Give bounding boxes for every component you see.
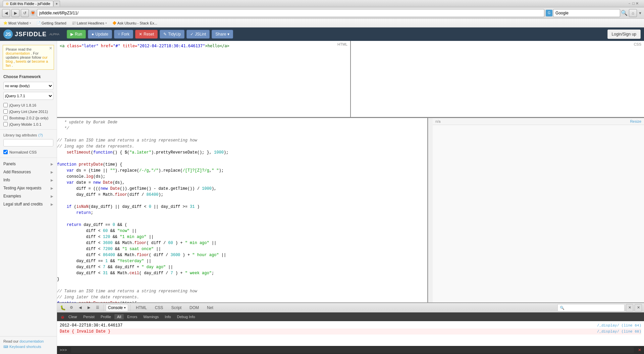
console-tab-net[interactable]: Net bbox=[204, 304, 217, 311]
tab-label: Edit this Fiddle - jsFiddle bbox=[10, 2, 50, 6]
sidebar-info-item[interactable]: Info ▶ bbox=[0, 176, 57, 184]
console-action-2[interactable]: ✕ bbox=[635, 304, 642, 311]
code-line: console.log(ds); bbox=[57, 174, 427, 180]
js-editor-panel[interactable]: * update by Burak Dede */ // Takes an IS… bbox=[57, 118, 428, 302]
main-container: JS JSFIDDLE .ALPHA ▶ Run ● Update ⑂ Fork… bbox=[0, 27, 644, 354]
filter-debug-button[interactable]: Debug Info bbox=[174, 314, 198, 319]
html-editor-content[interactable]: <a class="later" href="#" title="2012-04… bbox=[57, 41, 350, 117]
legal-arrow: ▶ bbox=[51, 202, 53, 206]
filter-info-button[interactable]: Info bbox=[162, 314, 173, 319]
footer-doc-link[interactable]: documentation bbox=[19, 339, 44, 343]
console-icon-2[interactable]: ⚙ bbox=[68, 304, 75, 311]
framework-select[interactable]: no wrap (body) no wrap (head) onDomReady… bbox=[3, 82, 53, 90]
sidebar-legal-item[interactable]: Legal stuff and credits ▶ bbox=[0, 200, 57, 208]
tidyup-button[interactable]: ✎ TidyUp bbox=[160, 30, 184, 39]
browser-tab[interactable]: ⚙ Edit this Fiddle - jsFiddle bbox=[3, 1, 53, 6]
browser-extra-buttons[interactable]: ▼ bbox=[638, 11, 642, 15]
console-tab-css[interactable]: CSS bbox=[152, 304, 167, 311]
filter-persist-button[interactable]: Persist bbox=[80, 314, 97, 319]
keyboard-shortcuts-item[interactable]: ⌨ Keyboard shortcuts bbox=[3, 343, 53, 349]
log-text-1: 2012-04-22T18:30:41.646137 bbox=[60, 322, 122, 329]
share-button[interactable]: Share ▾ bbox=[212, 30, 233, 39]
back-button[interactable]: ◀ bbox=[2, 9, 10, 17]
result-resize[interactable]: Resize bbox=[630, 119, 641, 123]
code-line: day_diff < 31 && Math.ceil( day_diff / 7… bbox=[57, 270, 427, 276]
reload-button[interactable]: ↺ bbox=[21, 9, 29, 17]
bookmark-arrow: ▾ bbox=[30, 21, 31, 25]
sidebar-examples-item[interactable]: Examples ▶ bbox=[0, 192, 57, 200]
search-go-button[interactable]: 🔍 bbox=[621, 10, 628, 16]
jquery-ui-checkbox[interactable] bbox=[3, 103, 8, 107]
lib-tag-input[interactable] bbox=[3, 139, 53, 146]
bookmark-most-visited[interactable]: ⭐ Most Visited ▾ bbox=[2, 20, 33, 26]
new-tab-button[interactable]: + bbox=[53, 1, 60, 6]
forward-button[interactable]: ▶ bbox=[11, 9, 19, 17]
filter-profile-button[interactable]: Profile bbox=[98, 314, 114, 319]
css-editor-content[interactable] bbox=[351, 41, 644, 117]
sidebar-divider2 bbox=[0, 158, 57, 158]
log-ref-2[interactable]: /_display/ (line 68) bbox=[597, 329, 641, 335]
console-dropdown[interactable]: Console ▾ bbox=[106, 304, 128, 311]
normalized-css-checkbox[interactable] bbox=[3, 150, 8, 154]
filter-errors-button[interactable]: Errors bbox=[124, 314, 140, 319]
console-search-input[interactable] bbox=[557, 304, 625, 311]
notice-doc-link[interactable]: documentation bbox=[6, 51, 30, 55]
sidebar-testing-item[interactable]: Testing Ajax requests ▶ bbox=[0, 184, 57, 192]
bookmark-headlines[interactable]: 📰 Latest Headlines ▾ bbox=[70, 20, 108, 26]
result-content bbox=[433, 125, 644, 302]
notice-close-button[interactable]: ✕ bbox=[49, 46, 52, 51]
log-text-2: Date { Invalid Date } bbox=[60, 329, 110, 335]
jquery-lint-checkbox[interactable] bbox=[3, 109, 8, 114]
update-button[interactable]: ● Update bbox=[88, 30, 112, 39]
console-divider bbox=[103, 304, 104, 311]
bookmark-icon3: 📰 bbox=[72, 21, 76, 25]
log-line-1: 2012-04-22T18:30:41.646137 /_display/ (l… bbox=[60, 322, 641, 329]
console-tab-html[interactable]: HTML bbox=[132, 304, 150, 311]
search-engine-icon: G bbox=[546, 10, 552, 16]
code-line bbox=[57, 216, 427, 222]
console-nav-fwd[interactable]: ▶ bbox=[85, 304, 93, 311]
content-area: Please read the documentation . For upda… bbox=[0, 41, 644, 354]
code-line bbox=[57, 131, 427, 137]
reset-button[interactable]: ✕ Reset bbox=[135, 30, 158, 39]
console-icon-1[interactable]: 🐛 bbox=[59, 304, 66, 311]
cmd-input[interactable] bbox=[71, 347, 634, 353]
filter-clear-button[interactable]: Clear bbox=[66, 314, 80, 319]
notice-text4: or bbox=[28, 59, 32, 63]
console-action-1[interactable]: ✕ bbox=[626, 304, 633, 311]
console-tab-dom[interactable]: DOM bbox=[186, 304, 202, 311]
search-input[interactable] bbox=[553, 9, 620, 17]
fork-button[interactable]: ⑂ Fork bbox=[114, 30, 133, 39]
console-nav-back[interactable]: ◀ bbox=[76, 304, 84, 311]
log-ref-1[interactable]: /_display/ (line 64) bbox=[597, 322, 641, 329]
home-button[interactable]: ⌂ bbox=[629, 9, 637, 17]
lib-tag-help[interactable]: (?) bbox=[38, 133, 43, 137]
sidebar-add-resources-item[interactable]: Add Resources ▶ bbox=[0, 168, 57, 176]
logo-text: JSFIDDLE bbox=[15, 31, 47, 38]
jslint-button[interactable]: ✓ JSLint bbox=[186, 30, 210, 39]
filter-warnings-button[interactable]: Warnings bbox=[141, 314, 161, 319]
bootstrap-checkbox[interactable] bbox=[3, 116, 8, 120]
address-bar[interactable] bbox=[37, 9, 544, 17]
console-menu[interactable]: ☰ bbox=[94, 304, 101, 311]
jquery-lint-label: jQuery Lint (June 2011) bbox=[9, 110, 48, 114]
bookmark-label2: Getting Started bbox=[42, 21, 66, 25]
filter-all-button[interactable]: All bbox=[114, 314, 124, 319]
console-log: 2012-04-22T18:30:41.646137 /_display/ (l… bbox=[57, 321, 644, 346]
window-controls[interactable]: － □ ✕ bbox=[628, 1, 641, 6]
run-button[interactable]: ▶ Run bbox=[67, 30, 86, 39]
login-button[interactable]: Login/Sign up bbox=[607, 30, 641, 39]
library-select[interactable]: jQuery 1.7.1 jQuery 1.6.4 bbox=[3, 92, 53, 100]
reset-icon: ✕ bbox=[139, 32, 142, 37]
notice-tweets-link[interactable]: tweets bbox=[16, 59, 26, 63]
code-line: day_diff == 1 && "Yesterday" || bbox=[57, 258, 427, 264]
console-tab-script[interactable]: Script bbox=[168, 304, 185, 311]
bookmark-askubuntu[interactable]: 🔶 Ask Ubuntu - Stack Ex... bbox=[111, 20, 159, 26]
bookmark-getting-started[interactable]: 📄 Getting Started bbox=[35, 20, 68, 26]
bottom-close-button[interactable]: ✕ bbox=[638, 348, 641, 352]
html-editor-panel: HTML <a class="later" href="#" title="20… bbox=[57, 41, 351, 117]
sidebar-panels-item[interactable]: Panels ▶ bbox=[0, 160, 57, 168]
framework-section-title: Choose Framework bbox=[0, 72, 57, 81]
js-editor-scrollbar[interactable] bbox=[428, 118, 433, 302]
jquery-mobile-checkbox[interactable] bbox=[3, 122, 8, 126]
